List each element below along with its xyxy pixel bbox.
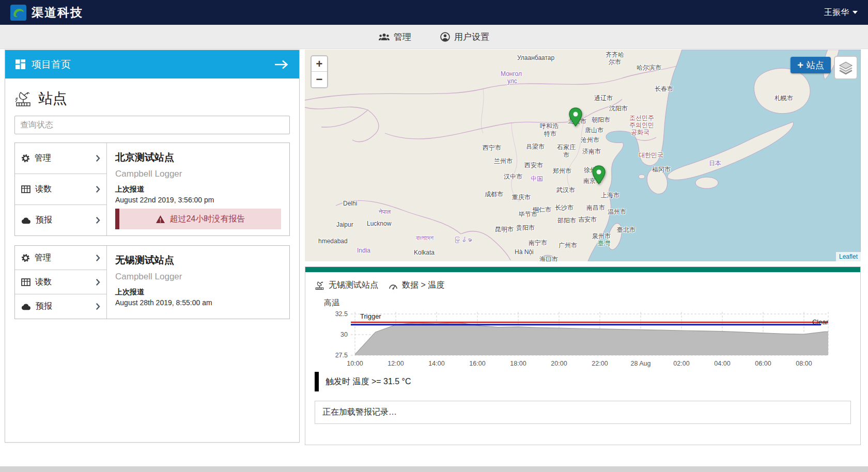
svg-text:18:00: 18:00 (510, 360, 526, 367)
brand-logo-link[interactable]: 渠道科技 (10, 5, 83, 21)
map-city-label: 吉安市 (578, 215, 597, 224)
svg-text:28 Aug: 28 Aug (631, 360, 651, 367)
cloud-icon (21, 217, 31, 224)
map-city-label: Монгол (501, 70, 522, 77)
svg-text:12:00: 12:00 (388, 360, 404, 367)
subnav-item-admin[interactable]: 管理 (379, 31, 411, 43)
leaflet-attribution[interactable]: Leaflet (836, 252, 861, 261)
station-icon (14, 91, 32, 107)
svg-text:27.5: 27.5 (335, 352, 348, 359)
map-city-label: বাংলাদেশ (416, 234, 433, 242)
panel-accent-bar (305, 267, 860, 272)
map-labels-layer: УлаанбаатарМонголулс齐齐哈尔市哈尔滨市长春市通辽市沈阳市札幌… (305, 50, 861, 261)
menu-item-manage[interactable]: 管理 (15, 246, 106, 270)
grid-icon (16, 59, 25, 69)
menu-item-forecast[interactable]: 预报 (15, 294, 106, 319)
gear-icon (21, 154, 30, 163)
svg-text:Trigger: Trigger (360, 312, 381, 320)
map-city-label: 特市 (544, 130, 556, 138)
map-city-label: 昆明市 (495, 225, 514, 234)
map-marker[interactable] (592, 165, 606, 185)
menu-item-forecast-label: 预报 (36, 215, 52, 226)
station-name: 无锡测试站点 (115, 254, 281, 267)
map-city-label: 臺灣 (598, 239, 610, 248)
condition-text: 触发时 温度 >= 31.5 °C (326, 376, 411, 387)
map-city-label: 长沙市 (555, 203, 574, 212)
map-city-label: 郑州市 (553, 167, 571, 176)
temperature-chart: 32.53027.510:0012:0014:0016:0018:0020:00… (315, 309, 847, 370)
map-city-label: 重庆市 (512, 193, 531, 202)
map-city-label: 邵阳市 (557, 216, 576, 225)
add-station-button[interactable]: + 站点 (791, 57, 831, 73)
map-city-label: Улаанбаатар (517, 54, 554, 61)
project-home-header[interactable]: 项目首页 (5, 50, 299, 78)
series-label: 高温 (324, 298, 851, 308)
svg-text:16:00: 16:00 (469, 360, 485, 367)
menu-item-readings[interactable]: 读数 (15, 174, 106, 205)
alarm-loading-text: 正在加载警报记录… (322, 407, 397, 416)
menu-item-forecast-label: 预报 (36, 301, 52, 312)
map-city-label: 南宁市 (529, 239, 547, 247)
svg-text:10:00: 10:00 (347, 360, 363, 367)
breadcrumb-station-name: 无锡测试站点 (329, 280, 378, 291)
map-city-label: 市 (563, 151, 569, 160)
map-city-label: Hà Nội (515, 248, 534, 256)
map-city-label: 沧州市 (581, 136, 599, 145)
map-city-label: 福冈市 (652, 165, 671, 174)
caret-down-icon (853, 11, 858, 14)
map-city-label: улс (507, 77, 517, 85)
breadcrumb: 无锡测试站点 数据 > 温度 (315, 280, 851, 291)
menu-item-forecast[interactable]: 预报 (15, 205, 106, 235)
map-city-label: 西安市 (524, 161, 543, 170)
menu-item-readings[interactable]: 读数 (15, 270, 106, 294)
menu-item-readings-label: 读数 (35, 277, 52, 288)
chevron-right-icon (96, 185, 100, 193)
alarm-loading-box: 正在加载警报记录… (315, 401, 851, 424)
map-city-label: 日本 (709, 159, 721, 168)
station-search-input[interactable] (14, 116, 290, 134)
brand-logo-icon (10, 5, 26, 21)
project-home-title: 项目首页 (32, 58, 71, 71)
plus-icon: + (797, 60, 803, 70)
user-name: 王振华 (824, 7, 849, 18)
svg-text:30: 30 (340, 331, 348, 338)
leaflet-map[interactable]: УлаанбаатарМонголулс齐齐哈尔市哈尔滨市长春市通辽市沈阳市札幌… (305, 50, 861, 261)
zoom-in-button[interactable]: + (312, 56, 327, 72)
subnav-item-user-settings[interactable]: 用户设置 (440, 31, 489, 43)
add-station-label: 站点 (807, 59, 824, 71)
map-city-label: 沈阳市 (609, 104, 628, 113)
trigger-condition: 触发时 温度 >= 31.5 °C (315, 372, 851, 391)
map-city-label: 臺北市 (617, 226, 636, 234)
svg-text:Clear: Clear (812, 318, 829, 326)
breadcrumb-data[interactable]: 数据 > 温度 (389, 280, 444, 291)
map-city-label: 공화국 (631, 128, 649, 137)
map-city-label: Lucknow (367, 220, 391, 227)
table-icon (21, 278, 30, 286)
map-city-label: 대한민국 (639, 151, 663, 160)
map-city-label: 西宁市 (483, 144, 501, 152)
menu-item-manage[interactable]: 管理 (15, 143, 106, 174)
footer-strip (0, 466, 868, 472)
map-city-label: नेपाल (379, 208, 391, 215)
condition-accent-bar (315, 372, 319, 391)
cloud-icon (21, 303, 31, 310)
logger-type: Campbell Logger (115, 169, 281, 179)
subnav-user-settings-label: 用户设置 (454, 31, 489, 43)
map-city-label: 贵阳市 (516, 224, 535, 232)
arrow-right-icon (274, 60, 289, 69)
chevron-right-icon (96, 254, 100, 262)
map-city-label: 唐山市 (585, 126, 603, 135)
map-city-label: 成都市 (485, 190, 503, 199)
map-city-label: 汉中市 (504, 172, 522, 181)
user-menu[interactable]: 王振华 (824, 7, 858, 18)
breadcrumb-station[interactable]: 无锡测试站点 (315, 280, 378, 291)
map-city-label: Delhi (343, 200, 357, 207)
map-marker[interactable] (568, 107, 583, 127)
layers-button[interactable] (834, 56, 858, 80)
map-city-label: 武汉市 (556, 186, 575, 195)
station-card-wuxi: 管理 读数 预报 (14, 245, 290, 319)
menu-item-readings-label: 读数 (35, 184, 52, 195)
zoom-out-button[interactable]: − (312, 72, 327, 87)
last-report-time: August 28th 2019, 8:55:00 am (115, 298, 281, 307)
layers-icon (839, 60, 853, 75)
